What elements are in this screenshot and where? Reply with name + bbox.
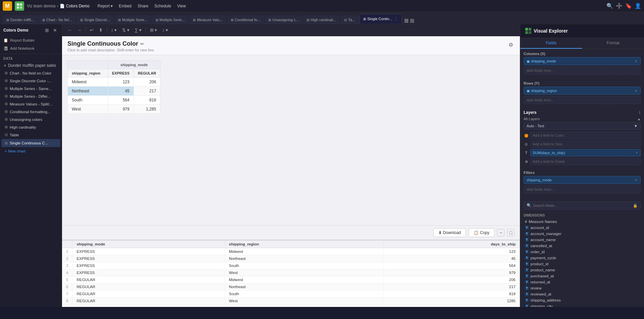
pivot-val-midwest-express: 123	[108, 78, 134, 87]
sidebar-nav-report-builder[interactable]: 📋 Report Builder	[0, 36, 62, 44]
tab-conditional[interactable]: ⊞ Conditional fo...	[227, 15, 264, 24]
user-icon[interactable]: 👤	[635, 3, 641, 9]
chart-settings-btn[interactable]: ⚙	[507, 40, 515, 49]
layer-type-select[interactable]: Auto - Text ▼	[524, 122, 641, 130]
sidebar-item-multiple-differ[interactable]: ⊞ Multiple Series - Differ...	[1, 93, 60, 100]
filter-placeholder[interactable]: Add fields here...	[524, 185, 641, 193]
back-btn[interactable]: ←	[65, 26, 74, 34]
menu-report[interactable]: Report ▾	[95, 2, 115, 10]
sidebar-item-multiple-same[interactable]: ⊞ Multiple Series - Same...	[1, 85, 60, 92]
dim-item-account-manager[interactable]: T account_manager	[524, 231, 641, 237]
search-fields-input[interactable]	[533, 203, 632, 208]
pivot-region-west: West	[68, 105, 108, 114]
sidebar-item-single-discrete[interactable]: ⊞ Single Discrete Color -...	[1, 77, 60, 84]
dim-item-payment-cycle[interactable]: T payment_cycle	[524, 255, 641, 261]
layers-group-header[interactable]: All Layers ▲	[524, 117, 641, 121]
pivot-col-express: EXPRESS	[108, 69, 134, 78]
sidebar-item-single-continuous[interactable]: ⊞ Single Continuous Col... ⋮	[1, 139, 60, 147]
add-icon[interactable]: ➕	[616, 3, 623, 9]
sidebar-item-chart-no-field[interactable]: ⊞ Chart - No field on Color	[1, 70, 60, 77]
cell-shipping-mode: EXPRESS	[72, 269, 225, 276]
svg-rect-3	[20, 6, 22, 9]
forward-btn[interactable]: →	[75, 26, 84, 34]
zoom-out-btn[interactable]: −	[497, 229, 504, 236]
aggregate-btn[interactable]: ∑ ▾	[133, 26, 144, 34]
tab-single-contin[interactable]: ⊞ Single Contin... ⋮	[360, 14, 402, 24]
chart-description[interactable]: Click to add chart description. Shift-en…	[67, 48, 155, 52]
svg-rect-4	[525, 28, 528, 31]
columns-x-placeholder[interactable]: Add fields here...	[524, 66, 641, 75]
tab-more-icon[interactable]: ⋮	[394, 16, 398, 21]
sidebar-item-table[interactable]: ⊟ Table	[1, 131, 60, 138]
menu-embed[interactable]: Embed	[116, 2, 134, 10]
bookmark-icon[interactable]: 🔖	[625, 3, 632, 9]
dim-item-reviewed-at[interactable]: T reviewed_at	[524, 291, 641, 297]
tab-dunder[interactable]: ⊞ Dunder miffli...	[3, 15, 38, 24]
dim-item-review[interactable]: T review	[524, 285, 641, 291]
tab-multiple-series2[interactable]: ⊞ Multiple Serie...	[152, 15, 189, 24]
toolbar-divider3	[146, 27, 146, 34]
dim-item-order-id[interactable]: T order_id	[524, 249, 641, 255]
breadcrumb-root[interactable]: Viz team demos	[27, 4, 56, 8]
dim-item-shipping-address[interactable]: T shipping_address	[524, 297, 641, 303]
zoom-in-btn[interactable]: □	[507, 229, 515, 236]
dim-item-cancelled-at[interactable]: T cancelled_at	[524, 243, 641, 249]
search-icon[interactable]: 🔍	[606, 3, 613, 9]
sidebar-item-high-cardinality[interactable]: ⊞ High cardinality	[1, 124, 60, 131]
dim-item-product-id[interactable]: T product_id	[524, 261, 641, 267]
dim-item-shipping-city[interactable]: T shipping_city	[524, 303, 641, 307]
color-field-slot[interactable]: Add a field to Color	[530, 132, 641, 139]
tab-chart-no-field[interactable]: ⊞ Chart - No fiel...	[39, 15, 76, 24]
sidebar-layout-btn[interactable]: ⊞	[44, 27, 50, 34]
rows-y-field[interactable]: ▣ shipping_region ▼	[524, 87, 641, 95]
add-tab-icon[interactable]: ⊞	[410, 17, 414, 24]
field-type-icon: T	[525, 280, 529, 284]
undo-btn[interactable]: ↩	[88, 26, 96, 34]
table-row: 1 EXPRESS Midwest 123	[62, 248, 520, 255]
sort-btn[interactable]: ↕ ▾	[109, 26, 119, 34]
dim-item-account-name[interactable]: T account_name	[524, 237, 641, 243]
columns-x-field[interactable]: ▣ shipping_mode ▼	[524, 57, 641, 65]
download-btn[interactable]: ⬇ Download	[433, 228, 466, 237]
filter-btn[interactable]: ⇅ ▾	[120, 26, 131, 34]
tab-measure-val[interactable]: ⊞ Measure Valu...	[189, 15, 226, 24]
sidebar-item-measure-values[interactable]: ⊞ Measure Values - Split/...	[1, 100, 60, 107]
tab-high-cardinali[interactable]: ⊞ High cardinali...	[303, 15, 340, 24]
viz-tab-fields[interactable]: Fields	[520, 38, 582, 49]
tab-multiple-series1[interactable]: ⊞ Multiple Serie...	[114, 15, 151, 24]
copy-btn[interactable]: 📋 Copy	[469, 228, 494, 237]
edit-title-icon[interactable]: ✏	[140, 41, 144, 47]
pivot-btn[interactable]: ⊞ ▾	[148, 26, 159, 34]
sidebar-item-conditional[interactable]: ⊞ Conditional formatting...	[1, 108, 60, 115]
tab-unassigning[interactable]: ⊞ Unassigning c...	[265, 15, 302, 24]
layers-info-icon[interactable]: ℹ	[639, 110, 641, 115]
group-toggle-icon: ▼	[3, 64, 7, 67]
field-type-icon: T	[525, 250, 529, 254]
sidebar-item-label: Single Discrete Color -...	[10, 79, 57, 83]
dim-item-product-name[interactable]: T product_name	[524, 267, 641, 273]
tab-single-discrete[interactable]: ⊞ Single Discret...	[76, 15, 114, 24]
menu-share[interactable]: Share	[135, 2, 151, 10]
viz-tab-format[interactable]: Format	[582, 38, 644, 49]
dim-item-purchased-at[interactable]: T purchased_at	[524, 273, 641, 279]
new-chart-btn[interactable]: + New chart	[1, 148, 60, 154]
sidebar-group-dunder[interactable]: ▼ Dunder mufflin paper sales	[0, 61, 62, 69]
sidebar-item-unassigning[interactable]: ⊞ Unassigning colors	[1, 116, 60, 123]
tab-table[interactable]: ⊟ Ta...	[340, 15, 359, 24]
filter-field[interactable]: shipping_mode ▼	[524, 176, 641, 184]
export-btn[interactable]: ⬆	[97, 26, 105, 34]
detail-field-slot[interactable]: Add a field to Detail	[530, 158, 641, 165]
sidebar-close-btn[interactable]: ✕	[52, 27, 58, 34]
expand-tab-icon[interactable]: ⊠	[404, 17, 409, 24]
menu-schedule[interactable]: Schedule	[152, 2, 174, 10]
sidebar-item-label: Table	[10, 133, 57, 137]
dim-item-measure-names[interactable]: # Measure Names	[524, 219, 641, 225]
menu-view[interactable]: View	[174, 2, 189, 10]
size-field-slot[interactable]: Add a field to Size	[530, 140, 641, 148]
text-field-slot[interactable]: SUM(days_to_ship) ▼	[530, 149, 641, 156]
sidebar-nav-add-notebook[interactable]: 📓 Add Notebook	[0, 44, 62, 52]
dim-item-returned-at[interactable]: T returned_at	[524, 279, 641, 285]
dim-item-account-id[interactable]: T account_id	[524, 225, 641, 231]
rows-y-placeholder[interactable]: Add fields here...	[524, 96, 641, 104]
chart-type-btn[interactable]: ↕ ▾	[160, 26, 170, 34]
